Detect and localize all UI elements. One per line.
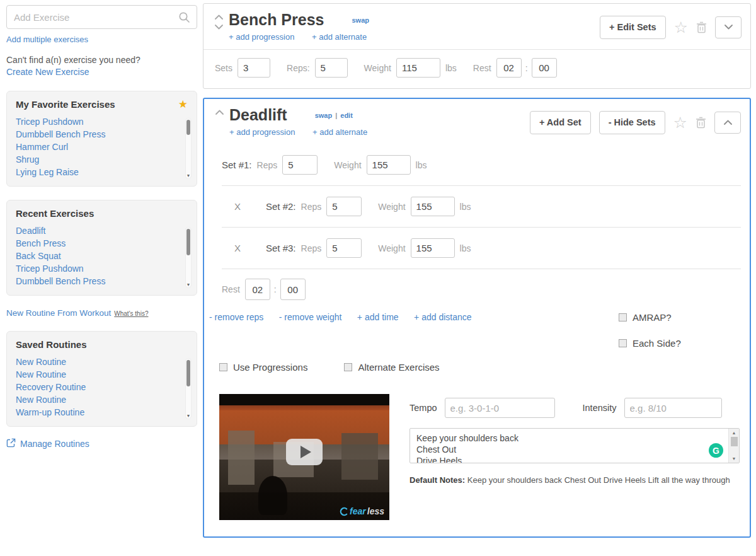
favorite-star-icon[interactable]: ☆: [674, 20, 688, 35]
set1-weight-input[interactable]: [367, 155, 411, 175]
favorite-star-icon[interactable]: ☆: [673, 115, 687, 130]
saved-routines-scrollbar[interactable]: ▼: [185, 358, 192, 419]
lbs-label: lbs: [416, 160, 427, 170]
reps-label: Reps: [257, 160, 278, 170]
search-input[interactable]: [6, 5, 197, 29]
set2-weight-input[interactable]: [411, 197, 455, 216]
favorite-exercise-link[interactable]: Tricep Pushdown: [16, 117, 84, 127]
set3-weight-input[interactable]: [411, 238, 455, 258]
exercise-card-bench-press: Bench Press swap + add progression + add…: [203, 3, 751, 89]
recent-scrollbar[interactable]: ▼: [185, 227, 192, 288]
collapse-card-button[interactable]: [714, 112, 741, 134]
add-alternate-link[interactable]: + add alternate: [312, 127, 367, 137]
saved-routine-link[interactable]: New Routine: [16, 357, 66, 367]
favorites-scrollbar[interactable]: ▼: [185, 118, 192, 179]
remove-set-button[interactable]: X: [233, 243, 242, 253]
weight-label: Weight: [378, 243, 405, 253]
hide-sets-button[interactable]: - Hide Sets: [599, 111, 665, 134]
scroll-down-arrow-icon[interactable]: ▼: [186, 413, 191, 419]
scrollbar-thumb[interactable]: [186, 229, 190, 255]
scrollbar-thumb[interactable]: [731, 437, 738, 446]
swap-exercise-link[interactable]: swap: [352, 16, 369, 24]
weight-label: Weight: [334, 160, 361, 170]
new-routine-from-workout-link[interactable]: New Routine From Workout: [6, 308, 111, 318]
remove-reps-link[interactable]: - remove reps: [209, 312, 263, 322]
add-progression-link[interactable]: + add progression: [229, 32, 294, 42]
cant-find-text: Can't find a(n) exercise you need?: [6, 54, 197, 66]
saved-routine-link[interactable]: Warm-up Routine: [16, 407, 84, 417]
favorite-exercise-link[interactable]: Hammer Curl: [16, 142, 68, 152]
tempo-input[interactable]: [445, 398, 555, 418]
recent-exercise-link[interactable]: Bench Press: [16, 238, 66, 248]
remove-weight-link[interactable]: - remove weight: [279, 312, 342, 322]
grammarly-icon[interactable]: G: [709, 443, 723, 458]
set-row: X Set #2: Reps Weight lbs: [204, 186, 750, 227]
whats-this-link[interactable]: What's this?: [114, 310, 148, 317]
checkbox-icon[interactable]: [619, 339, 627, 347]
create-new-exercise-link[interactable]: Create New Exercise: [6, 67, 89, 77]
favorite-exercise-link[interactable]: Lying Leg Raise: [16, 167, 79, 177]
bench-weight-input[interactable]: [396, 58, 440, 78]
checkbox-icon[interactable]: [344, 363, 352, 371]
set1-reps-input[interactable]: [282, 155, 318, 175]
add-alternate-link[interactable]: + add alternate: [312, 32, 367, 42]
trash-icon[interactable]: [696, 21, 707, 33]
recent-exercise-link[interactable]: Tricep Pushdown: [16, 264, 84, 274]
saved-routine-link[interactable]: Recovery Routine: [16, 382, 86, 392]
edit-sets-button[interactable]: + Edit Sets: [600, 16, 666, 39]
recent-exercise-link[interactable]: Dumbbell Bench Press: [16, 276, 105, 286]
notes-textarea[interactable]: Keep your shoulders back Chest Out Drive…: [410, 428, 740, 463]
edit-exercise-link[interactable]: edit: [340, 112, 353, 119]
bench-sets-input[interactable]: [238, 58, 270, 78]
set2-reps-input[interactable]: [326, 197, 362, 216]
saved-routines-title: Saved Routines: [16, 339, 87, 350]
amrap-checkbox[interactable]: AMRAP?: [619, 312, 750, 323]
deadlift-rest-min-input[interactable]: [245, 279, 270, 300]
exercise-search-box: [6, 5, 197, 29]
add-multiple-exercises-link[interactable]: Add multiple exercises: [6, 35, 88, 44]
bench-reps-input[interactable]: [315, 58, 348, 78]
swap-exercise-link[interactable]: swap: [315, 112, 333, 119]
remove-set-button[interactable]: X: [233, 201, 242, 212]
trash-icon[interactable]: [696, 117, 706, 129]
collapse-card-button[interactable]: [715, 16, 742, 38]
notes-scrollbar[interactable]: ▲ ▼: [728, 429, 739, 463]
exercise-video-thumbnail[interactable]: fearless: [219, 394, 389, 520]
intensity-input[interactable]: [624, 398, 722, 418]
bench-rest-sec-input[interactable]: [532, 58, 557, 78]
move-down-icon[interactable]: [211, 25, 226, 30]
scroll-down-arrow-icon[interactable]: ▼: [186, 173, 191, 178]
manage-routines-link[interactable]: Manage Routines: [20, 439, 89, 449]
checkbox-icon[interactable]: [619, 313, 627, 321]
alternate-exercises-checkbox[interactable]: Alternate Exercises: [344, 362, 439, 373]
set-number-label: Set #2:: [266, 201, 296, 212]
deadlift-rest-sec-input[interactable]: [280, 279, 306, 300]
add-time-link[interactable]: + add time: [357, 312, 399, 322]
use-progressions-checkbox[interactable]: Use Progressions: [219, 362, 307, 373]
move-up-icon[interactable]: [211, 14, 226, 20]
sets-label: Sets: [215, 63, 232, 73]
favorite-exercise-link[interactable]: Shrug: [16, 154, 39, 165]
saved-routine-link[interactable]: New Routine: [16, 369, 66, 379]
add-progression-link[interactable]: + add progression: [229, 127, 295, 137]
saved-routine-link[interactable]: New Routine: [16, 395, 66, 405]
each-side-checkbox[interactable]: Each Side?: [619, 338, 750, 349]
recent-exercise-link[interactable]: Back Squat: [16, 251, 61, 261]
set3-reps-input[interactable]: [326, 238, 362, 258]
move-up-icon[interactable]: [212, 110, 227, 115]
bench-rest-min-input[interactable]: [496, 58, 522, 78]
scrollbar-thumb[interactable]: [186, 120, 190, 135]
scroll-down-arrow-icon[interactable]: ▼: [186, 282, 191, 287]
play-icon[interactable]: [286, 439, 323, 465]
favorite-exercise-link[interactable]: Dumbbell Bench Press: [16, 129, 105, 139]
each-side-label: Each Side?: [633, 338, 681, 349]
add-distance-link[interactable]: + add distance: [414, 312, 471, 322]
checkbox-icon[interactable]: [219, 363, 227, 371]
scrollbar-thumb[interactable]: [186, 360, 190, 386]
recent-list: Deadlift Bench Press Back Squat Tricep P…: [16, 224, 188, 287]
search-icon[interactable]: [178, 11, 190, 26]
scroll-down-arrow-icon[interactable]: ▼: [732, 456, 736, 461]
scroll-up-arrow-icon[interactable]: ▲: [732, 430, 736, 436]
recent-exercise-link[interactable]: Deadlift: [16, 226, 45, 236]
add-set-button[interactable]: + Add Set: [530, 111, 591, 134]
